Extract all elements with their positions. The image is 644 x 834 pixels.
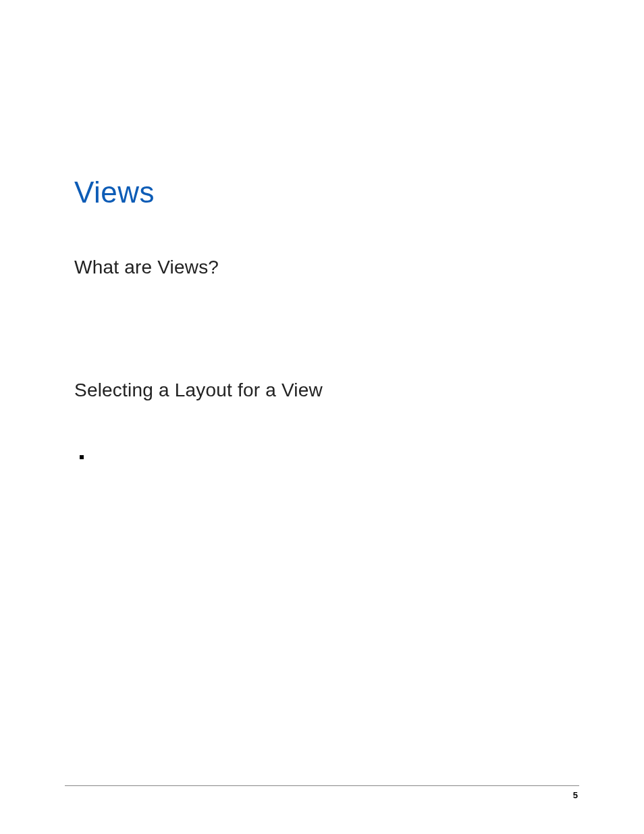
page-number: 5 [573, 790, 579, 800]
page-footer: 5 [65, 785, 579, 800]
document-page: Views What are Views? Selecting a Layout… [0, 0, 644, 459]
section-heading-selecting-layout: Selecting a Layout for a View [74, 380, 570, 401]
section-heading-what-are-views: What are Views? [74, 257, 570, 278]
chapter-title: Views [74, 176, 570, 209]
bullet-icon [80, 455, 84, 459]
